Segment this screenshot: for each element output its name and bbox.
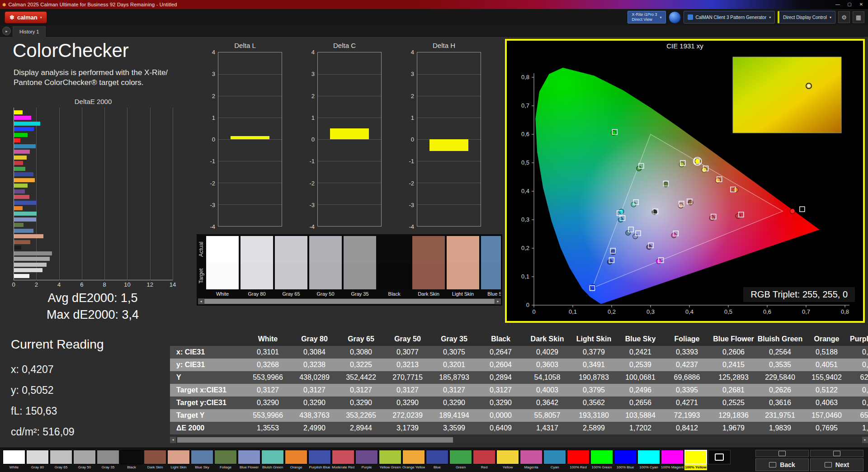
tab-nav-button[interactable]: ▸ (2, 27, 11, 35)
table-cell: 0,3201 (431, 359, 477, 371)
deltae-bar-blue (14, 172, 33, 176)
swatch-label: Dark Skin (144, 464, 166, 470)
meter-status-badge[interactable] (669, 11, 681, 24)
patch-target-color (378, 263, 410, 289)
pattern-swatch-gray-80[interactable]: Gray 80 (26, 450, 49, 470)
maximize-button[interactable]: ▢ (844, 0, 855, 9)
pattern-swatch-moderate-red[interactable]: Moderate Red (332, 450, 354, 470)
patch-white[interactable] (206, 236, 239, 289)
pattern-window-button[interactable] (708, 450, 731, 470)
patch-strip-scrollbar[interactable]: ◂ ▸ (198, 298, 501, 304)
pattern-swatch-gray-35[interactable]: Gray 35 (97, 450, 119, 470)
scroll-left-icon[interactable]: ◂ (170, 437, 176, 443)
display-control-selector[interactable]: Direct Display Control ▾ (778, 11, 835, 24)
delta-gridline (417, 96, 481, 96)
pattern-swatch-black[interactable]: Black (120, 450, 143, 470)
pattern-swatch-magenta[interactable]: Magenta (520, 450, 542, 470)
delta-chart-title: Delta C (307, 42, 382, 49)
pattern-swatch-foliage[interactable]: Foliage (214, 450, 237, 470)
pattern-swatch-yellow[interactable]: Yellow (496, 450, 519, 470)
pattern-swatch-red[interactable]: Red (473, 450, 495, 470)
tab-history-1[interactable]: History 1 (13, 26, 46, 37)
scroll-left-icon[interactable]: ◂ (198, 298, 204, 304)
delta-ytick-label: -3 (409, 201, 414, 208)
patch-dark-skin[interactable] (412, 236, 445, 289)
pattern-swatch-orange-yellow[interactable]: Orange Yellow (402, 450, 425, 470)
pattern-swatch-green[interactable]: Green (449, 450, 472, 470)
pattern-swatch-100-green[interactable]: 100% Green (590, 450, 613, 470)
minimize-button[interactable]: — (832, 0, 844, 9)
patch-gray-80[interactable] (241, 236, 273, 289)
table-cell: 0,3127 (431, 384, 477, 396)
pattern-swatch-gray-65[interactable]: Gray 65 (50, 450, 72, 470)
pattern-swatch-blue[interactable]: Blue (426, 450, 448, 470)
pattern-swatch-100-yellow[interactable]: 100% Yellow (684, 450, 707, 470)
patch-gray-50[interactable] (309, 236, 342, 289)
delta-ytick-label: 0 (411, 136, 414, 143)
deltae-xtick-label: 14 (170, 281, 176, 288)
delta-ytick-label: 1 (212, 114, 215, 121)
table-cell: 229,5840 (757, 371, 803, 384)
current-reading-values: x: 0,4207 y: 0,5052 fL: 150,63 cd/m²: 51… (11, 359, 75, 442)
table-header-cell: Orange (803, 332, 850, 346)
patch-black[interactable] (378, 236, 410, 289)
pattern-swatch-purple[interactable]: Purple (355, 450, 378, 470)
next-button[interactable]: Next (810, 458, 863, 471)
table-cell: 65,2490 (850, 409, 868, 422)
patch-actual-color (447, 236, 479, 263)
swatch-label: Orange Yellow (402, 464, 425, 470)
pattern-swatch-bluish-green[interactable]: Bluish Green (261, 450, 284, 470)
cie-xtick-label: 0,5 (724, 308, 732, 315)
calman-menu-button[interactable]: ✽ calman ▾ (5, 11, 47, 24)
table-header-row: WhiteGray 80Gray 65Gray 50Gray 35BlackDa… (170, 332, 868, 346)
pattern-prev-set-button[interactable] (755, 450, 809, 457)
pattern-swatch-dark-skin[interactable]: Dark Skin (144, 450, 166, 470)
scroll-right-icon[interactable]: ▸ (495, 298, 501, 304)
pattern-swatch-100-cyan[interactable]: 100% Cyan (637, 450, 660, 470)
pattern-swatch-gray-50[interactable]: Gray 50 (73, 450, 96, 470)
pattern-swatch-orange[interactable]: Orange (285, 450, 307, 470)
back-button-label: Back (780, 461, 795, 468)
layout-button[interactable]: ▦ (853, 11, 864, 23)
scrollbar-thumb[interactable] (204, 299, 495, 304)
delta-bar (429, 139, 469, 151)
pattern-swatch-blue-sky[interactable]: Blue Sky (191, 450, 213, 470)
scroll-right-icon[interactable]: ▸ (862, 437, 868, 443)
patch-label: Gray 35 (344, 291, 376, 298)
toolbar: ✽ calman ▾ X-Rite i1Pro 3 Direct View ▾ … (0, 9, 868, 26)
pattern-swatch-100-blue[interactable]: 100% Blue (614, 450, 637, 470)
table-cell: 0,2894 (477, 371, 524, 384)
patch-label: Gray 80 (241, 291, 273, 298)
back-button[interactable]: Back (755, 458, 809, 471)
cie-point-measured (618, 217, 623, 222)
close-button[interactable]: ✕ (855, 0, 867, 9)
pattern-swatch-100-magenta[interactable]: 100% Magenta (661, 450, 684, 470)
delta-chart-plot (317, 52, 382, 227)
pattern-swatch-white[interactable]: White (3, 450, 25, 470)
window-controls: — ▢ ✕ (832, 0, 867, 9)
patch-blue-sky[interactable] (481, 236, 501, 289)
pattern-swatch-light-skin[interactable]: Light Skin (167, 450, 190, 470)
patch-light-skin[interactable] (447, 236, 479, 289)
patch-gray-65[interactable] (275, 236, 307, 289)
swatch-color (332, 450, 354, 464)
pattern-swatch-yellow-green[interactable]: Yellow Green (379, 450, 401, 470)
table-cell: 0,3395 (664, 384, 710, 396)
meter-selector[interactable]: X-Rite i1Pro 3 Direct View ▾ (627, 11, 665, 24)
patch-gray-35[interactable] (344, 236, 376, 289)
patch-label: Gray 65 (275, 291, 307, 298)
pattern-swatch-blue-flower[interactable]: Blue Flower (238, 450, 260, 470)
table-scrollbar[interactable]: ◂ ▸ (170, 437, 868, 443)
pattern-generator-selector[interactable]: CalMAN Client 3 Pattern Generator ▾ (684, 11, 775, 24)
swatch-color (238, 450, 260, 464)
pattern-swatch-cyan[interactable]: Cyan (543, 450, 566, 470)
swatch-label: Magenta (520, 464, 542, 470)
avg-de2000-readout: Avg dE2000: 1,5 (9, 291, 176, 305)
scrollbar-thumb[interactable] (177, 437, 453, 443)
table-cell: 0,2421 (617, 346, 664, 359)
settings-button[interactable]: ⚙ (838, 11, 850, 23)
pattern-next-set-button[interactable] (810, 450, 863, 457)
table-cell: 1,4290 (850, 422, 868, 434)
pattern-swatch-100-red[interactable]: 100% Red (567, 450, 590, 470)
pattern-swatch-purplish-blue[interactable]: Purplish Blue (308, 450, 331, 470)
